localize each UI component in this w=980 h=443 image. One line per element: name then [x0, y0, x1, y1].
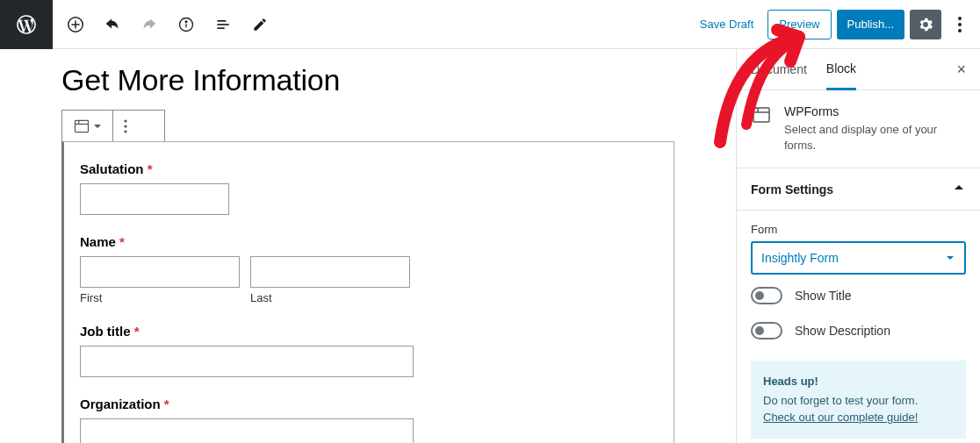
editor-canvas: Get More Information Salutation * Name *… — [0, 49, 736, 443]
form-select-value: Insightly Form — [761, 251, 839, 265]
list-view-icon[interactable] — [211, 12, 235, 37]
svg-point-15 — [124, 119, 126, 122]
block-info: WPForms Select and display one of your f… — [737, 90, 980, 168]
block-name: WPForms — [784, 104, 966, 118]
svg-rect-7 — [217, 24, 228, 25]
panel-form-settings[interactable]: Form Settings — [737, 168, 980, 211]
field-jobtitle: Job title * — [80, 324, 658, 377]
info-icon[interactable] — [174, 12, 198, 37]
field-organization: Organization * — [80, 397, 658, 443]
svg-point-17 — [124, 130, 126, 132]
topbar-actions: Save Draft Preview Publish... — [691, 10, 980, 39]
salutation-input[interactable] — [80, 183, 229, 215]
chevron-down-icon — [945, 253, 955, 263]
wpforms-icon — [751, 104, 772, 154]
toggle-show-title[interactable]: Show Title — [737, 278, 980, 313]
sublabel-first: First — [80, 291, 240, 304]
label-jobtitle: Job title — [80, 324, 131, 339]
kebab-icon[interactable] — [947, 10, 973, 39]
close-icon[interactable]: × — [956, 61, 966, 79]
tab-block[interactable]: Block — [826, 49, 856, 90]
block-more-icon[interactable] — [113, 111, 138, 141]
editor-sidebar: Document Block × WPForms Select and disp… — [736, 49, 980, 443]
label-organization: Organization — [80, 397, 161, 411]
field-name: Name * First Last — [80, 234, 658, 304]
tab-document[interactable]: Document — [751, 50, 807, 89]
toggle-icon — [751, 322, 782, 339]
add-block-icon[interactable] — [63, 12, 88, 37]
field-salutation: Salutation * — [80, 161, 658, 215]
form-preview: Salutation * Name * First Last Job title… — [61, 141, 674, 443]
panel-title: Form Settings — [751, 182, 833, 196]
sublabel-last: Last — [250, 291, 410, 304]
sidebar-tabs: Document Block × — [737, 49, 980, 90]
jobtitle-input[interactable] — [80, 346, 414, 377]
headsup-text: Do not forget to test your form. — [763, 394, 918, 407]
headsup-title: Heads up! — [763, 373, 954, 390]
svg-rect-6 — [217, 20, 226, 22]
settings-button[interactable] — [910, 10, 941, 39]
sidebar-scrollbar[interactable] — [736, 49, 737, 443]
save-draft-button[interactable]: Save Draft — [691, 10, 762, 39]
page-title[interactable]: Get More Information — [61, 63, 674, 97]
wordpress-logo[interactable] — [0, 0, 53, 49]
toggle-show-description[interactable]: Show Description — [737, 313, 980, 348]
toggle-label: Show Description — [795, 324, 890, 338]
svg-point-11 — [958, 29, 962, 32]
svg-point-16 — [124, 125, 126, 127]
svg-rect-18 — [753, 108, 769, 122]
redo-icon — [137, 12, 162, 37]
required-marker: * — [148, 161, 153, 176]
label-salutation: Salutation — [80, 161, 144, 176]
first-name-input[interactable] — [80, 256, 240, 288]
toggle-label: Show Title — [795, 289, 852, 303]
block-toolbar — [61, 110, 165, 141]
label-name: Name — [80, 234, 116, 249]
organization-input[interactable] — [80, 418, 414, 443]
form-select-label: Form — [751, 223, 966, 236]
svg-point-10 — [958, 23, 962, 26]
svg-point-5 — [185, 20, 187, 22]
pencil-icon[interactable] — [248, 12, 272, 37]
undo-icon[interactable] — [100, 12, 125, 37]
chevron-up-icon — [952, 181, 966, 197]
svg-point-9 — [958, 17, 962, 20]
svg-rect-8 — [217, 27, 224, 29]
toggle-icon — [751, 287, 782, 304]
svg-rect-12 — [76, 120, 89, 132]
headsup-box: Heads up! Do not forget to test your for… — [751, 361, 966, 439]
editor-topbar: Save Draft Preview Publish... — [0, 0, 980, 49]
panel-body: Form Insightly Form — [737, 211, 980, 278]
publish-button[interactable]: Publish... — [837, 10, 904, 39]
form-select[interactable]: Insightly Form — [751, 241, 966, 275]
block-description: Select and display one of your forms. — [784, 122, 966, 154]
block-icon[interactable] — [62, 111, 113, 141]
editor-tools — [53, 12, 272, 37]
last-name-input[interactable] — [250, 256, 410, 288]
headsup-link[interactable]: Check out our complete guide! — [763, 411, 918, 424]
preview-button[interactable]: Preview — [767, 10, 831, 39]
